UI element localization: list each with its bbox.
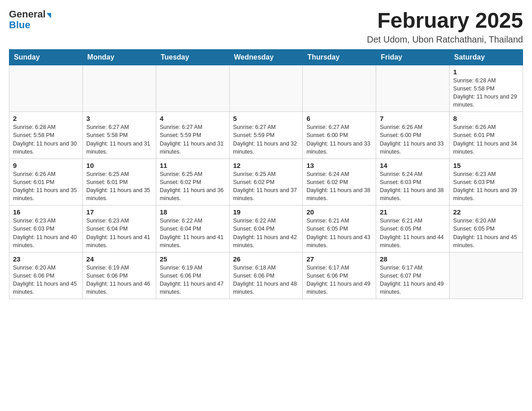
day-info: Sunrise: 6:27 AMSunset: 6:00 PMDaylight:… (306, 123, 372, 156)
calendar-cell: 14Sunrise: 6:24 AMSunset: 6:03 PMDayligh… (376, 158, 450, 206)
calendar-cell: 25Sunrise: 6:19 AMSunset: 6:06 PMDayligh… (156, 252, 229, 299)
day-header-wednesday: Wednesday (229, 49, 303, 65)
day-info: Sunrise: 6:21 AMSunset: 6:05 PMDaylight:… (380, 217, 446, 249)
day-header-saturday: Saturday (450, 49, 523, 65)
day-number: 7 (380, 115, 446, 122)
calendar-cell: 27Sunrise: 6:17 AMSunset: 6:06 PMDayligh… (303, 252, 376, 299)
calendar-cell: 18Sunrise: 6:22 AMSunset: 6:04 PMDayligh… (156, 206, 229, 253)
calendar-cell: 28Sunrise: 6:17 AMSunset: 6:07 PMDayligh… (376, 252, 450, 299)
calendar-cell: 13Sunrise: 6:24 AMSunset: 6:02 PMDayligh… (303, 158, 376, 206)
day-number: 8 (453, 115, 519, 122)
day-number: 22 (453, 208, 519, 216)
day-info: Sunrise: 6:25 AMSunset: 6:02 PMDaylight:… (233, 170, 299, 203)
day-number: 13 (306, 162, 372, 169)
page-header: General Blue February 2025 Det Udom, Ubo… (9, 9, 523, 45)
calendar-subtitle: Det Udom, Ubon Ratchathani, Thailand (367, 34, 523, 45)
calendar-cell: 21Sunrise: 6:21 AMSunset: 6:05 PMDayligh… (376, 206, 450, 253)
day-number: 4 (160, 115, 226, 122)
calendar-cell: 8Sunrise: 6:26 AMSunset: 6:01 PMDaylight… (450, 112, 523, 159)
logo-general-text: General (9, 9, 46, 20)
calendar-cell: 17Sunrise: 6:23 AMSunset: 6:04 PMDayligh… (82, 206, 156, 253)
day-number: 2 (13, 115, 79, 122)
day-info: Sunrise: 6:27 AMSunset: 5:59 PMDaylight:… (160, 123, 226, 156)
day-info: Sunrise: 6:26 AMSunset: 6:00 PMDaylight:… (380, 123, 446, 156)
calendar-cell (156, 65, 229, 112)
day-number: 3 (86, 115, 152, 122)
calendar-cell: 5Sunrise: 6:27 AMSunset: 5:59 PMDaylight… (229, 112, 303, 159)
day-header-sunday: Sunday (9, 49, 83, 65)
logo-arrow-icon (47, 13, 51, 18)
calendar-cell (82, 65, 156, 112)
day-number: 1 (453, 68, 519, 76)
calendar-cell: 19Sunrise: 6:22 AMSunset: 6:04 PMDayligh… (229, 206, 303, 253)
calendar-cell (229, 65, 303, 112)
calendar-cell: 24Sunrise: 6:19 AMSunset: 6:06 PMDayligh… (82, 252, 156, 299)
day-info: Sunrise: 6:24 AMSunset: 6:02 PMDaylight:… (306, 170, 372, 203)
calendar-cell (376, 65, 450, 112)
day-info: Sunrise: 6:26 AMSunset: 6:01 PMDaylight:… (13, 170, 79, 203)
day-header-tuesday: Tuesday (156, 49, 229, 65)
day-number: 12 (233, 162, 299, 169)
day-number: 24 (86, 255, 152, 263)
calendar-cell: 3Sunrise: 6:27 AMSunset: 5:58 PMDaylight… (82, 112, 156, 159)
day-info: Sunrise: 6:23 AMSunset: 6:03 PMDaylight:… (13, 217, 79, 249)
day-number: 17 (86, 208, 152, 216)
day-info: Sunrise: 6:23 AMSunset: 6:04 PMDaylight:… (86, 217, 152, 249)
day-info: Sunrise: 6:19 AMSunset: 6:06 PMDaylight:… (160, 264, 226, 296)
calendar-cell: 23Sunrise: 6:20 AMSunset: 6:06 PMDayligh… (9, 252, 83, 299)
day-number: 15 (453, 162, 519, 169)
calendar-week-row: 2Sunrise: 6:28 AMSunset: 5:58 PMDaylight… (9, 112, 523, 159)
calendar-title: February 2025 (367, 9, 523, 33)
calendar-cell: 1Sunrise: 6:28 AMSunset: 5:58 PMDaylight… (450, 65, 523, 112)
day-number: 5 (233, 115, 299, 122)
day-info: Sunrise: 6:20 AMSunset: 6:06 PMDaylight:… (13, 264, 79, 296)
calendar-cell: 16Sunrise: 6:23 AMSunset: 6:03 PMDayligh… (9, 206, 83, 253)
logo-blue-text: Blue (9, 20, 30, 30)
day-info: Sunrise: 6:17 AMSunset: 6:06 PMDaylight:… (306, 264, 372, 296)
calendar-cell: 10Sunrise: 6:25 AMSunset: 6:01 PMDayligh… (82, 158, 156, 206)
calendar-cell: 4Sunrise: 6:27 AMSunset: 5:59 PMDaylight… (156, 112, 229, 159)
day-info: Sunrise: 6:28 AMSunset: 5:58 PMDaylight:… (453, 77, 519, 109)
day-info: Sunrise: 6:17 AMSunset: 6:07 PMDaylight:… (380, 264, 446, 296)
day-number: 16 (13, 208, 79, 216)
day-number: 14 (380, 162, 446, 169)
calendar-cell: 11Sunrise: 6:25 AMSunset: 6:02 PMDayligh… (156, 158, 229, 206)
day-number: 26 (233, 255, 299, 263)
calendar-cell: 6Sunrise: 6:27 AMSunset: 6:00 PMDaylight… (303, 112, 376, 159)
day-number: 23 (13, 255, 79, 263)
logo: General Blue (9, 9, 51, 30)
day-number: 19 (233, 208, 299, 216)
day-number: 20 (306, 208, 372, 216)
day-info: Sunrise: 6:22 AMSunset: 6:04 PMDaylight:… (233, 217, 299, 249)
calendar-cell (9, 65, 83, 112)
day-number: 11 (160, 162, 226, 169)
day-number: 25 (160, 255, 226, 263)
calendar-cell: 12Sunrise: 6:25 AMSunset: 6:02 PMDayligh… (229, 158, 303, 206)
day-number: 18 (160, 208, 226, 216)
day-info: Sunrise: 6:18 AMSunset: 6:06 PMDaylight:… (233, 264, 299, 296)
calendar-header-row: SundayMondayTuesdayWednesdayThursdayFrid… (9, 49, 523, 65)
day-info: Sunrise: 6:27 AMSunset: 5:59 PMDaylight:… (233, 123, 299, 156)
title-block: February 2025 Det Udom, Ubon Ratchathani… (367, 9, 523, 45)
calendar-cell: 26Sunrise: 6:18 AMSunset: 6:06 PMDayligh… (229, 252, 303, 299)
day-header-thursday: Thursday (303, 49, 376, 65)
calendar-table: SundayMondayTuesdayWednesdayThursdayFrid… (9, 49, 523, 300)
day-info: Sunrise: 6:24 AMSunset: 6:03 PMDaylight:… (380, 170, 446, 203)
calendar-cell (303, 65, 376, 112)
day-info: Sunrise: 6:26 AMSunset: 6:01 PMDaylight:… (453, 123, 519, 156)
logo-top-line: General (9, 9, 51, 20)
day-info: Sunrise: 6:21 AMSunset: 6:05 PMDaylight:… (306, 217, 372, 249)
calendar-cell: 9Sunrise: 6:26 AMSunset: 6:01 PMDaylight… (9, 158, 83, 206)
day-info: Sunrise: 6:22 AMSunset: 6:04 PMDaylight:… (160, 217, 226, 249)
day-info: Sunrise: 6:28 AMSunset: 5:58 PMDaylight:… (13, 123, 79, 156)
calendar-cell: 2Sunrise: 6:28 AMSunset: 5:58 PMDaylight… (9, 112, 83, 159)
day-info: Sunrise: 6:20 AMSunset: 6:05 PMDaylight:… (453, 217, 519, 249)
calendar-week-row: 1Sunrise: 6:28 AMSunset: 5:58 PMDaylight… (9, 65, 523, 112)
calendar-week-row: 23Sunrise: 6:20 AMSunset: 6:06 PMDayligh… (9, 252, 523, 299)
day-number: 6 (306, 115, 372, 122)
calendar-cell: 15Sunrise: 6:23 AMSunset: 6:03 PMDayligh… (450, 158, 523, 206)
day-number: 28 (380, 255, 446, 263)
day-number: 27 (306, 255, 372, 263)
calendar-cell: 7Sunrise: 6:26 AMSunset: 6:00 PMDaylight… (376, 112, 450, 159)
calendar-cell: 20Sunrise: 6:21 AMSunset: 6:05 PMDayligh… (303, 206, 376, 253)
